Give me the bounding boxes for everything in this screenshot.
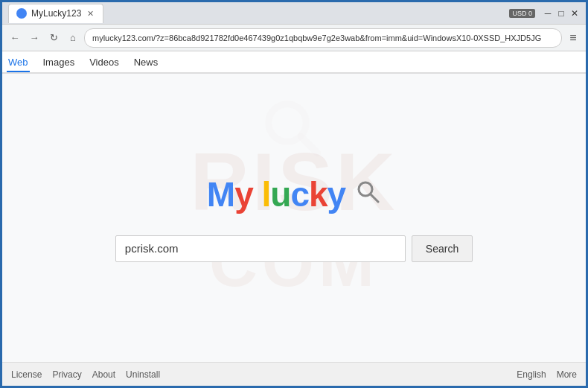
site-logo: My lucky [207,174,381,214]
logo-letter-u: u [270,175,290,214]
search-area: Search [115,235,473,262]
maximize-button[interactable]: □ [556,8,566,19]
home-button[interactable]: ⌂ [65,30,81,46]
footer-link-uninstall[interactable]: Uninstall [126,369,160,380]
svg-line-3 [371,194,378,202]
close-button[interactable]: ✕ [569,8,580,19]
watermark-magnifier [261,96,327,163]
browser-tab[interactable]: MyLucky123 ✕ [8,4,103,23]
logo-text: My lucky [207,174,345,214]
footer-link-english[interactable]: English [517,369,546,380]
usd-badge: USD 0 [509,9,535,18]
tab-videos[interactable]: Videos [88,54,121,72]
footer-left-links: License Privacy About Uninstall [11,369,160,380]
footer: License Privacy About Uninstall English … [2,362,586,386]
main-content: RISK COM My lucky Search [2,74,586,362]
home-icon: ⌂ [70,32,76,43]
menu-button[interactable]: ≡ [565,30,581,46]
search-nav-tabs: Web Images Videos News [2,51,586,74]
minimize-button[interactable]: ─ [543,8,553,19]
tab-favicon [16,8,27,19]
logo-letter-y: y [234,175,253,214]
logo-letter-M: M [207,175,234,214]
logo-letter-l: l [262,175,271,214]
reload-icon: ↻ [50,32,58,43]
address-bar: ← → ↻ ⌂ ≡ [2,25,586,51]
footer-link-license[interactable]: License [11,369,42,380]
logo-letter-k: k [309,175,327,214]
search-input[interactable] [115,235,406,262]
tab-label: MyLucky123 [31,8,81,19]
back-icon: ← [10,32,20,43]
window-controls: USD 0 ─ □ ✕ [509,8,580,19]
forward-icon: → [30,32,39,43]
title-bar: MyLucky123 ✕ USD 0 ─ □ ✕ [2,2,586,25]
tab-close-button[interactable]: ✕ [86,9,95,19]
logo-letter-y2: y [327,175,346,214]
footer-link-privacy[interactable]: Privacy [52,369,81,380]
search-button[interactable]: Search [412,235,473,262]
back-button[interactable]: ← [7,30,23,46]
tab-images[interactable]: Images [42,54,77,72]
svg-line-1 [301,136,318,153]
footer-link-more[interactable]: More [557,369,577,380]
footer-right-links: English More [517,369,577,380]
footer-link-about[interactable]: About [92,369,115,380]
logo-search-icon [354,178,381,211]
menu-icon: ≡ [569,31,576,45]
address-input[interactable] [84,28,562,48]
reload-button[interactable]: ↻ [45,30,62,46]
tab-news[interactable]: News [132,54,160,72]
logo-letter-c: c [290,175,309,214]
tab-web[interactable]: Web [7,54,30,72]
forward-button[interactable]: → [26,30,42,46]
browser-window: MyLucky123 ✕ USD 0 ─ □ ✕ ← → ↻ ⌂ ≡ Web [2,2,586,386]
